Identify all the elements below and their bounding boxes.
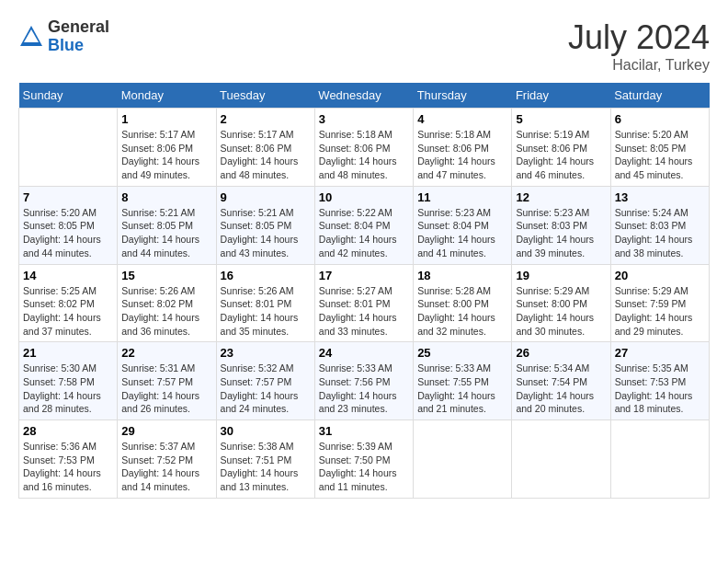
calendar-cell [19, 109, 118, 187]
calendar-week-row: 14Sunrise: 5:25 AMSunset: 8:02 PMDayligh… [19, 264, 710, 342]
day-number: 30 [221, 424, 311, 438]
day-info: Sunrise: 5:23 AMSunset: 8:03 PMDaylight:… [516, 206, 606, 260]
day-info: Sunrise: 5:37 AMSunset: 7:52 PMDaylight:… [121, 440, 211, 494]
calendar-cell: 21Sunrise: 5:30 AMSunset: 7:58 PMDayligh… [19, 342, 118, 420]
calendar-cell: 25Sunrise: 5:33 AMSunset: 7:55 PMDayligh… [414, 342, 512, 420]
day-info: Sunrise: 5:38 AMSunset: 7:51 PMDaylight:… [221, 440, 311, 494]
calendar-week-row: 1Sunrise: 5:17 AMSunset: 8:06 PMDaylight… [19, 109, 710, 187]
calendar-cell: 19Sunrise: 5:29 AMSunset: 8:00 PMDayligh… [512, 264, 610, 342]
day-info: Sunrise: 5:22 AMSunset: 8:04 PMDaylight:… [319, 206, 409, 260]
day-number: 7 [23, 190, 113, 204]
day-number: 3 [319, 112, 409, 126]
day-info: Sunrise: 5:18 AMSunset: 8:06 PMDaylight:… [417, 128, 507, 182]
calendar-cell: 10Sunrise: 5:22 AMSunset: 8:04 PMDayligh… [314, 186, 413, 264]
day-number: 21 [23, 346, 113, 360]
calendar-cell: 1Sunrise: 5:17 AMSunset: 8:06 PMDaylight… [118, 109, 216, 187]
calendar-cell: 18Sunrise: 5:28 AMSunset: 8:00 PMDayligh… [414, 264, 512, 342]
calendar-cell: 26Sunrise: 5:34 AMSunset: 7:54 PMDayligh… [512, 342, 610, 420]
calendar-cell: 20Sunrise: 5:29 AMSunset: 7:59 PMDayligh… [610, 264, 709, 342]
day-number: 2 [221, 112, 311, 126]
logo-general: General [48, 18, 109, 37]
month-year: July 2024 [568, 18, 710, 57]
calendar-cell: 30Sunrise: 5:38 AMSunset: 7:51 PMDayligh… [216, 420, 314, 499]
day-info: Sunrise: 5:23 AMSunset: 8:04 PMDaylight:… [417, 206, 507, 260]
calendar-table: SundayMondayTuesdayWednesdayThursdayFrid… [18, 83, 710, 499]
day-number: 23 [221, 346, 311, 360]
day-number: 20 [615, 269, 705, 282]
day-info: Sunrise: 5:35 AMSunset: 7:53 PMDaylight:… [615, 362, 705, 416]
day-info: Sunrise: 5:33 AMSunset: 7:55 PMDaylight:… [417, 362, 507, 416]
weekday-header-row: SundayMondayTuesdayWednesdayThursdayFrid… [19, 83, 710, 109]
calendar-week-row: 7Sunrise: 5:20 AMSunset: 8:05 PMDaylight… [19, 186, 710, 264]
calendar-cell: 12Sunrise: 5:23 AMSunset: 8:03 PMDayligh… [512, 186, 610, 264]
day-number: 8 [121, 190, 211, 204]
day-number: 27 [615, 346, 705, 360]
calendar-cell: 31Sunrise: 5:39 AMSunset: 7:50 PMDayligh… [314, 420, 413, 499]
calendar-cell: 28Sunrise: 5:36 AMSunset: 7:53 PMDayligh… [19, 420, 118, 499]
day-info: Sunrise: 5:19 AMSunset: 8:06 PMDaylight:… [516, 128, 606, 182]
day-number: 4 [417, 112, 507, 126]
day-info: Sunrise: 5:21 AMSunset: 8:05 PMDaylight:… [221, 206, 311, 260]
calendar-week-row: 21Sunrise: 5:30 AMSunset: 7:58 PMDayligh… [19, 342, 710, 420]
calendar-cell: 8Sunrise: 5:21 AMSunset: 8:05 PMDaylight… [118, 186, 216, 264]
day-info: Sunrise: 5:17 AMSunset: 8:06 PMDaylight:… [121, 128, 211, 182]
day-number: 17 [319, 269, 409, 282]
calendar-cell: 29Sunrise: 5:37 AMSunset: 7:52 PMDayligh… [118, 420, 216, 499]
day-info: Sunrise: 5:26 AMSunset: 8:01 PMDaylight:… [221, 284, 311, 339]
day-info: Sunrise: 5:29 AMSunset: 8:00 PMDaylight:… [516, 284, 606, 339]
day-info: Sunrise: 5:20 AMSunset: 8:05 PMDaylight:… [23, 206, 113, 260]
day-info: Sunrise: 5:28 AMSunset: 8:00 PMDaylight:… [417, 284, 507, 339]
day-info: Sunrise: 5:29 AMSunset: 7:59 PMDaylight:… [615, 284, 705, 339]
day-info: Sunrise: 5:36 AMSunset: 7:53 PMDaylight:… [23, 440, 113, 494]
weekday-header-sunday: Sunday [19, 83, 118, 109]
calendar-cell: 11Sunrise: 5:23 AMSunset: 8:04 PMDayligh… [414, 186, 512, 264]
day-number: 31 [319, 424, 409, 438]
calendar-cell [414, 420, 512, 499]
day-number: 6 [615, 112, 705, 126]
day-number: 18 [417, 269, 507, 282]
logo-text: General Blue [48, 18, 109, 55]
day-number: 26 [516, 346, 606, 360]
day-number: 12 [516, 190, 606, 204]
weekday-header-tuesday: Tuesday [216, 83, 314, 109]
calendar-cell: 27Sunrise: 5:35 AMSunset: 7:53 PMDayligh… [610, 342, 709, 420]
day-number: 11 [417, 190, 507, 204]
logo: General Blue [18, 18, 109, 55]
calendar-cell: 7Sunrise: 5:20 AMSunset: 8:05 PMDaylight… [19, 186, 118, 264]
day-info: Sunrise: 5:24 AMSunset: 8:03 PMDaylight:… [615, 206, 705, 260]
logo-icon [18, 24, 44, 50]
weekday-header-monday: Monday [118, 83, 216, 109]
day-number: 25 [417, 346, 507, 360]
calendar-cell: 17Sunrise: 5:27 AMSunset: 8:01 PMDayligh… [314, 264, 413, 342]
day-info: Sunrise: 5:33 AMSunset: 7:56 PMDaylight:… [319, 362, 409, 416]
calendar-cell: 24Sunrise: 5:33 AMSunset: 7:56 PMDayligh… [314, 342, 413, 420]
page-header: General Blue July 2024 Hacilar, Turkey [18, 18, 710, 74]
day-info: Sunrise: 5:21 AMSunset: 8:05 PMDaylight:… [121, 206, 211, 260]
day-number: 5 [516, 112, 606, 126]
calendar-cell: 3Sunrise: 5:18 AMSunset: 8:06 PMDaylight… [314, 109, 413, 187]
location: Hacilar, Turkey [568, 57, 710, 74]
day-number: 29 [121, 424, 211, 438]
weekday-header-wednesday: Wednesday [314, 83, 413, 109]
calendar-cell: 14Sunrise: 5:25 AMSunset: 8:02 PMDayligh… [19, 264, 118, 342]
calendar-cell [610, 420, 709, 499]
day-info: Sunrise: 5:34 AMSunset: 7:54 PMDaylight:… [516, 362, 606, 416]
calendar-cell: 5Sunrise: 5:19 AMSunset: 8:06 PMDaylight… [512, 109, 610, 187]
day-info: Sunrise: 5:25 AMSunset: 8:02 PMDaylight:… [23, 284, 113, 339]
day-info: Sunrise: 5:20 AMSunset: 8:05 PMDaylight:… [615, 128, 705, 182]
calendar-cell: 6Sunrise: 5:20 AMSunset: 8:05 PMDaylight… [610, 109, 709, 187]
calendar-cell: 4Sunrise: 5:18 AMSunset: 8:06 PMDaylight… [414, 109, 512, 187]
title-block: July 2024 Hacilar, Turkey [568, 18, 710, 74]
day-number: 13 [615, 190, 705, 204]
day-number: 24 [319, 346, 409, 360]
calendar-week-row: 28Sunrise: 5:36 AMSunset: 7:53 PMDayligh… [19, 420, 710, 499]
day-info: Sunrise: 5:17 AMSunset: 8:06 PMDaylight:… [221, 128, 311, 182]
weekday-header-thursday: Thursday [414, 83, 512, 109]
day-number: 28 [23, 424, 113, 438]
weekday-header-friday: Friday [512, 83, 610, 109]
calendar-cell: 9Sunrise: 5:21 AMSunset: 8:05 PMDaylight… [216, 186, 314, 264]
weekday-header-saturday: Saturday [610, 83, 709, 109]
day-info: Sunrise: 5:26 AMSunset: 8:02 PMDaylight:… [121, 284, 211, 339]
day-number: 19 [516, 269, 606, 282]
day-number: 9 [221, 190, 311, 204]
